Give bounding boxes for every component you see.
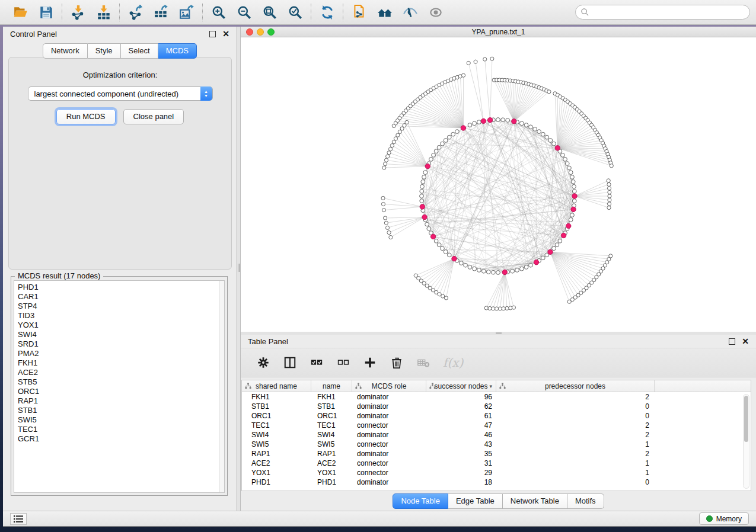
search-field[interactable] xyxy=(575,5,750,20)
graph-node xyxy=(607,202,611,206)
column-header-mcds-role[interactable]: MCDS role xyxy=(352,380,426,392)
mcds-result-item[interactable]: SWI4 xyxy=(18,330,224,339)
graph-node xyxy=(464,263,468,267)
mcds-result-item[interactable]: PHD1 xyxy=(18,283,224,292)
mcds-result-item[interactable]: RAP1 xyxy=(18,396,224,406)
zoom-in-icon[interactable] xyxy=(210,4,227,20)
delete-column-trash-icon[interactable] xyxy=(390,355,404,370)
save-session-icon[interactable] xyxy=(38,4,54,20)
table-scrollbar-thumb[interactable] xyxy=(744,396,748,442)
table-cell: 0 xyxy=(496,402,655,411)
task-history-button[interactable] xyxy=(10,513,27,525)
table-row[interactable]: YOX1YOX1connector291 xyxy=(242,468,751,477)
open-file-icon[interactable] xyxy=(12,4,28,20)
zoom-selected-icon[interactable] xyxy=(287,4,303,20)
column-header-shared-name[interactable]: shared name xyxy=(242,380,311,392)
mcds-result-item[interactable]: TEC1 xyxy=(18,425,224,434)
new-network-from-file-icon[interactable] xyxy=(351,4,367,20)
table-scrollbar[interactable] xyxy=(743,394,749,489)
table-row[interactable]: TEC1TEC1connector472 xyxy=(242,421,751,430)
tab-edge-table[interactable]: Edge Table xyxy=(448,493,503,509)
float-panel-icon[interactable] xyxy=(729,338,735,345)
table-row[interactable]: SWI4SWI4dominator462 xyxy=(242,430,751,440)
tab-node-table[interactable]: Node Table xyxy=(393,493,448,509)
graph-node xyxy=(483,57,487,61)
criterion-dropdown[interactable]: largest connected component (undirected)… xyxy=(28,86,213,101)
export-table-icon[interactable] xyxy=(153,4,169,20)
graph-node xyxy=(420,194,424,198)
table-row[interactable]: RAP1RAP1dominator352 xyxy=(242,449,751,459)
network-graph[interactable] xyxy=(241,37,756,332)
column-settings-gear-icon[interactable] xyxy=(256,355,270,370)
table-row[interactable]: ORC1ORC1dominator610 xyxy=(242,411,751,421)
tab-select[interactable]: Select xyxy=(121,43,158,59)
mcds-result-item[interactable]: ACE2 xyxy=(18,368,224,377)
export-network-icon[interactable] xyxy=(127,4,143,20)
mcds-result-item[interactable]: CAR1 xyxy=(18,292,224,302)
mcds-result-item[interactable]: PMA2 xyxy=(18,349,224,358)
mcds-list-scrollbar[interactable] xyxy=(219,281,224,492)
zoom-out-icon[interactable] xyxy=(236,4,252,20)
column-header-successor-nodes[interactable]: successor nodes ▾ xyxy=(426,380,496,392)
tab-network[interactable]: Network xyxy=(43,43,88,59)
graph-mcds-node xyxy=(481,118,486,123)
close-panel-button[interactable]: Close panel xyxy=(123,109,184,124)
export-image-icon[interactable] xyxy=(178,4,194,20)
graph-node xyxy=(386,155,390,158)
mcds-result-item[interactable]: YOX1 xyxy=(18,321,224,330)
window-zoom-traffic-light[interactable] xyxy=(267,28,275,36)
mcds-result-item[interactable]: STP4 xyxy=(18,302,224,311)
mcds-result-item[interactable]: TID3 xyxy=(18,311,224,321)
home-icon[interactable] xyxy=(377,4,393,20)
graph-node xyxy=(524,123,528,127)
graph-node xyxy=(565,162,569,166)
mcds-result-item[interactable]: STB1 xyxy=(18,406,224,415)
mcds-result-item[interactable]: ORC1 xyxy=(18,387,224,396)
tab-mcds[interactable]: MCDS xyxy=(158,43,197,59)
table-cell: 62 xyxy=(426,402,496,411)
mcds-result-item[interactable]: FKH1 xyxy=(18,358,224,368)
table-row[interactable]: SWI5SWI5connector431 xyxy=(242,440,751,449)
delete-table-icon[interactable] xyxy=(416,355,430,370)
split-panel-icon[interactable] xyxy=(283,355,297,370)
search-input[interactable] xyxy=(589,8,749,17)
window-minimize-traffic-light[interactable] xyxy=(257,28,264,36)
table-row[interactable]: ACE2ACE2connector311 xyxy=(242,459,751,468)
tab-style[interactable]: Style xyxy=(88,43,121,59)
close-panel-icon[interactable]: ✕ xyxy=(742,338,749,345)
column-header-name[interactable]: name xyxy=(311,380,352,392)
mcds-result-item[interactable]: SWI5 xyxy=(18,415,224,425)
select-all-checkboxes-icon[interactable] xyxy=(310,355,324,370)
table-row[interactable]: FKH1FKH1dominator962 xyxy=(242,392,751,402)
graph-node xyxy=(396,133,400,137)
column-header-predecessor-nodes[interactable]: predecessor nodes xyxy=(496,380,655,392)
close-panel-icon[interactable]: ✕ xyxy=(222,31,229,37)
graph-node xyxy=(490,57,494,60)
table-cell: TEC1 xyxy=(242,421,311,430)
hide-details-eye-slash-icon[interactable] xyxy=(402,4,418,20)
import-network-icon[interactable] xyxy=(70,4,86,20)
function-builder-icon[interactable]: f(x) xyxy=(443,355,463,370)
float-panel-icon[interactable] xyxy=(209,31,216,37)
memory-status-dot-icon xyxy=(706,515,713,522)
import-table-icon[interactable] xyxy=(95,4,111,20)
table-row[interactable]: PHD1PHD1dominator180 xyxy=(242,477,751,487)
deselect-all-checkboxes-icon[interactable] xyxy=(336,355,350,370)
table-row[interactable]: STB1STB1dominator620 xyxy=(242,402,751,411)
tab-motifs[interactable]: Motifs xyxy=(567,493,604,509)
refresh-icon[interactable] xyxy=(319,4,335,20)
window-close-traffic-light[interactable] xyxy=(246,28,253,36)
mcds-result-title: MCDS result (17 nodes) xyxy=(15,271,103,280)
mcds-result-list[interactable]: PHD1CAR1STP4TID3YOX1SWI4SRD1PMA2FKH1ACE2… xyxy=(14,280,225,493)
tab-network-table[interactable]: Network Table xyxy=(503,493,567,509)
mcds-result-item[interactable]: GCR1 xyxy=(18,434,224,444)
add-column-icon[interactable] xyxy=(363,355,377,370)
run-mcds-button[interactable]: Run MCDS xyxy=(56,109,116,124)
memory-button[interactable]: Memory xyxy=(699,512,749,525)
mcds-result-item[interactable]: SRD1 xyxy=(18,339,224,349)
show-details-eye-icon[interactable] xyxy=(428,4,444,20)
network-graph-canvas[interactable] xyxy=(241,37,756,332)
network-view-window: YPA_prune.txt_1 xyxy=(241,27,756,332)
mcds-result-item[interactable]: STB5 xyxy=(18,377,224,387)
zoom-fit-icon[interactable] xyxy=(261,4,277,20)
